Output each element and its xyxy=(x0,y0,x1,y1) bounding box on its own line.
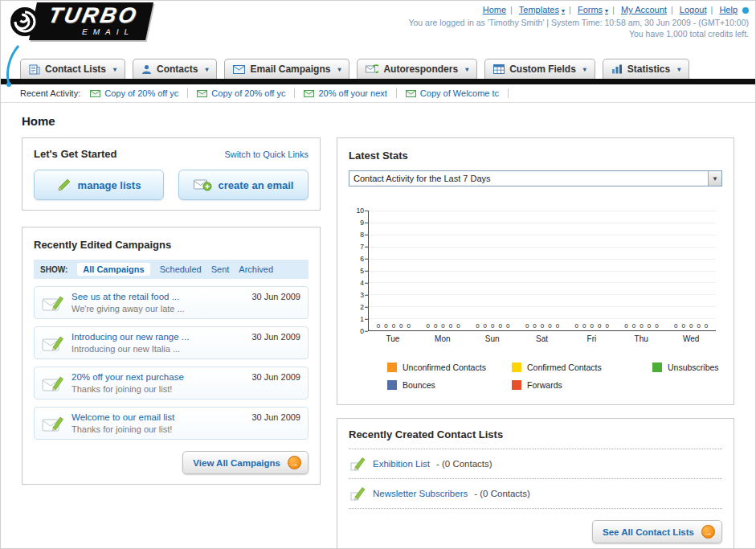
page-title: Home xyxy=(22,114,734,128)
contact-lists-icon xyxy=(29,64,40,75)
filter-scheduled[interactable]: Scheduled xyxy=(160,264,202,274)
create-email-button[interactable]: create an email xyxy=(178,170,309,200)
nav-link-templates[interactable]: Templates xyxy=(519,5,565,14)
recent-activity-item[interactable]: Copy of 20% off yc xyxy=(90,88,188,98)
nav-separator xyxy=(671,5,673,14)
get-started-title: Let's Get Started xyxy=(34,148,117,160)
see-all-contact-lists-label: See All Contact Lists xyxy=(603,527,694,537)
chevron-down-icon xyxy=(562,7,565,14)
campaign-subtitle: We're giving away our late ... xyxy=(72,304,244,313)
campaign-row[interactable]: Welcome to our email list Thanks for joi… xyxy=(34,407,309,440)
tab-contacts[interactable]: Contacts xyxy=(133,59,217,79)
tab-autoresponders[interactable]: Autoresponders xyxy=(357,59,477,79)
recent-activity-bar: Recent Activity: Copy of 20% off yc Copy… xyxy=(1,84,755,103)
filter-archived[interactable]: Archived xyxy=(239,264,273,274)
legend-swatch xyxy=(512,363,521,372)
filter-sent[interactable]: Sent xyxy=(211,264,230,274)
tab-label: Autoresponders xyxy=(383,64,458,75)
contact-list-link[interactable]: Exhibition List xyxy=(373,459,430,469)
tab-statistics[interactable]: Statistics xyxy=(603,59,689,79)
contact-list-item: Exhibition List - (0 Contacts) xyxy=(349,449,722,479)
stats-period-dropdown[interactable]: Contact Activity for the Last 7 Days xyxy=(349,170,722,186)
chevron-down-icon xyxy=(677,66,680,73)
recent-activity-item[interactable]: Copy of 20% off yc xyxy=(188,88,295,98)
envelope-pencil-icon xyxy=(42,372,64,394)
nav-link-label: Forms xyxy=(578,5,603,14)
chevron-down-icon xyxy=(205,66,208,73)
autoresponders-icon xyxy=(366,64,378,74)
nav-link-label: Templates xyxy=(519,5,559,14)
campaigns-filter-bar: SHOW: All Campaigns Scheduled Sent Archi… xyxy=(34,260,309,279)
campaign-row[interactable]: See us at the retail food ... We're givi… xyxy=(34,286,309,319)
turbo-email-logo[interactable]: TURBO EMAIL xyxy=(7,2,149,40)
legend-item-unsubscribes: Unsubscribes xyxy=(652,363,719,372)
envelope-icon xyxy=(304,90,314,97)
nav-link-forms[interactable]: Forms xyxy=(578,5,608,14)
recent-activity-item[interactable]: 20% off your next xyxy=(295,88,396,98)
switch-to-quick-links[interactable]: Switch to Quick Links xyxy=(224,150,309,159)
contact-list-link[interactable]: Newsletter Subscribers xyxy=(373,489,468,498)
create-email-label: create an email xyxy=(219,179,294,191)
chart-plot: 00000000000000000000000000000000000 xyxy=(368,211,716,331)
campaign-subtitle: Introducing our new Italia ... xyxy=(72,344,244,354)
nav-separator xyxy=(612,5,615,14)
decor-blue-dot xyxy=(742,7,749,14)
main-content: Home Let's Get Started Switch to Quick L… xyxy=(1,103,755,549)
nav-link-my-account[interactable]: My Account xyxy=(621,5,667,14)
recent-activity-item[interactable]: Copy of Welcome tc xyxy=(397,88,509,98)
main-nav: Contact Lists Contacts Email Campaigns A… xyxy=(1,57,755,79)
envelope-plus-icon xyxy=(194,178,212,191)
contact-activity-chart: 012345678910 000000000000000000000000000… xyxy=(352,211,716,390)
campaign-row[interactable]: Introducing our new range ... Introducin… xyxy=(34,326,309,359)
nav-link-home[interactable]: Home xyxy=(483,5,506,14)
latest-stats-title: Latest Stats xyxy=(349,150,408,162)
campaign-title-link[interactable]: Welcome to our email list xyxy=(72,412,244,422)
get-started-panel: Let's Get Started Switch to Quick Links … xyxy=(22,137,321,211)
campaign-row[interactable]: 20% off your next purchase Thanks for jo… xyxy=(34,367,309,399)
tab-contact-lists[interactable]: Contact Lists xyxy=(20,59,125,79)
campaign-title-link[interactable]: 20% off your next purchase xyxy=(72,372,244,382)
envelope-pencil-icon xyxy=(42,412,64,434)
campaign-title-link[interactable]: Introducing our new range ... xyxy=(72,332,244,342)
envelope-icon xyxy=(197,90,207,97)
chart-y-axis: 012345678910 xyxy=(352,211,368,331)
nav-link-logout[interactable]: Logout xyxy=(680,5,707,14)
see-all-contact-lists-button[interactable]: See All Contact Lists xyxy=(592,520,722,543)
chevron-down-icon xyxy=(113,66,116,73)
email-campaigns-icon xyxy=(233,65,245,74)
tab-email-campaigns[interactable]: Email Campaigns xyxy=(224,59,349,79)
logo-tail-decoration xyxy=(4,44,22,88)
contact-list-item: Newsletter Subscribers - (0 Contacts) xyxy=(349,479,722,509)
activity-item-label: Copy of 20% off yc xyxy=(104,88,178,98)
chart-legend: Unconfirmed Contacts Confirmed Contacts … xyxy=(387,363,716,390)
campaign-date: 30 Jun 2009 xyxy=(251,372,300,394)
pencil-icon xyxy=(350,486,366,501)
tab-custom-fields[interactable]: Custom Fields xyxy=(484,59,595,79)
recently-created-contact-lists-panel: Recently Created Contact Lists Exhibitio… xyxy=(337,418,734,549)
chevron-down-icon xyxy=(465,66,468,73)
legend-item-unconfirmed: Unconfirmed Contacts xyxy=(387,363,512,372)
envelope-pencil-icon xyxy=(42,332,64,354)
logo-text: TURBO EMAIL xyxy=(29,2,153,40)
logo-swirl-icon xyxy=(7,5,43,39)
manage-lists-button[interactable]: manage lists xyxy=(34,170,164,200)
view-all-campaigns-label: View All Campaigns xyxy=(193,458,280,468)
nav-link-help[interactable]: Help xyxy=(719,5,738,14)
top-nav: Home Templates Forms My Account Logout H… xyxy=(408,5,749,14)
chevron-down-icon xyxy=(605,7,608,14)
recent-activity-label: Recent Activity: xyxy=(20,88,80,98)
divider-bar xyxy=(1,79,755,84)
tab-label: Contacts xyxy=(157,64,198,75)
legend-swatch xyxy=(512,380,521,390)
left-column: Let's Get Started Switch to Quick Links … xyxy=(22,137,321,485)
recently-edited-campaigns-panel: Recently Edited Campaigns SHOW: All Camp… xyxy=(22,227,321,485)
envelope-icon xyxy=(90,90,100,97)
campaign-subtitle: Thanks for joining our list! xyxy=(72,424,244,434)
stats-period-value: Contact Activity for the Last 7 Days xyxy=(353,174,491,183)
legend-label: Bounces xyxy=(403,380,435,390)
campaign-title-link[interactable]: See us at the retail food ... xyxy=(72,292,244,301)
activity-item-label: Copy of 20% off yc xyxy=(211,88,285,98)
view-all-campaigns-button[interactable]: View All Campaigns xyxy=(182,451,309,474)
nav-separator xyxy=(710,5,713,14)
filter-all-campaigns[interactable]: All Campaigns xyxy=(77,263,149,276)
